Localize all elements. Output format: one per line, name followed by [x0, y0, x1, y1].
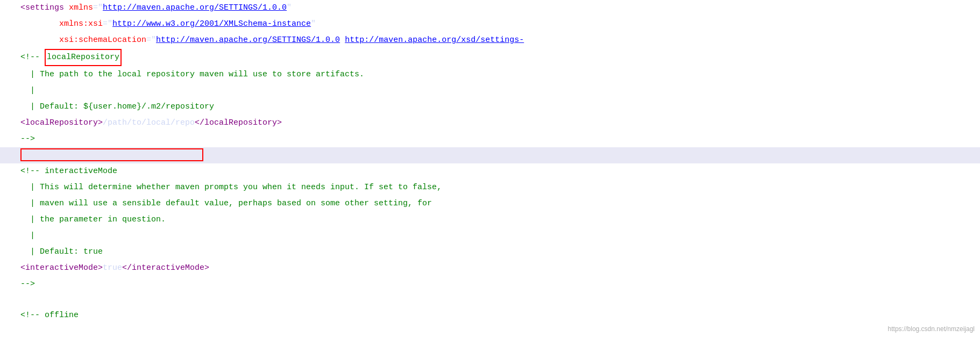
line-content: <localRepository>/path/to/local/repo</lo… [16, 116, 980, 131]
code-line: <localRepository>/path/to/local/repo</lo… [0, 115, 980, 131]
line-content: | maven will use a sensible default valu… [16, 196, 980, 211]
code-line: --> [0, 276, 980, 292]
line-content: | the parameter in question. [16, 212, 980, 227]
code-line: <!-- localRepository [0, 48, 980, 67]
code-line: | Default: ${user.home}/.m2/repository [0, 99, 980, 115]
line-content: <!-- offline [16, 308, 980, 323]
line-content [16, 148, 980, 163]
code-editor: <settings xmlns="http://maven.apache.org… [0, 0, 980, 337]
line-content: --> [16, 132, 980, 147]
line-content: | This will determine whether maven prom… [16, 180, 980, 195]
highlight-empty-box [20, 148, 203, 161]
code-line: | The path to the local repository maven… [0, 67, 980, 83]
code-line: | maven will use a sensible default valu… [0, 196, 980, 212]
code-line: | [0, 228, 980, 244]
line-content: | [16, 83, 980, 98]
code-line [0, 292, 980, 307]
code-line: <interactiveMode>true</interactiveMode> [0, 260, 980, 276]
code-line: | Default: true [0, 244, 980, 260]
line-content: <interactiveMode>true</interactiveMode> [16, 261, 980, 276]
code-line: xmlns:xsi="http://www.w3.org/2001/XMLSch… [0, 16, 980, 32]
line-content: xmlns:xsi="http://www.w3.org/2001/XMLSch… [16, 17, 980, 32]
highlight-localrepository: localRepository [45, 49, 122, 66]
line-content: | The path to the local repository maven… [16, 67, 980, 82]
code-line: <settings xmlns="http://maven.apache.org… [0, 0, 980, 16]
watermark: https://blog.csdn.net/nmzeijagl [888, 325, 975, 333]
line-content: | Default: ${user.home}/.m2/repository [16, 99, 980, 114]
code-line: xsi:schemaLocation="http://maven.apache.… [0, 32, 980, 48]
line-content: | [16, 228, 980, 243]
code-line: <!-- interactiveMode [0, 163, 980, 180]
line-content: xsi:schemaLocation="http://maven.apache.… [16, 33, 980, 48]
code-line: | This will determine whether maven prom… [0, 180, 980, 196]
code-line: --> [0, 131, 980, 147]
line-content: <!-- interactiveMode [16, 164, 980, 179]
line-content: | Default: true [16, 245, 980, 260]
code-line: | [0, 83, 980, 99]
code-line-highlighted [0, 147, 980, 163]
code-line: <!-- offline [0, 307, 980, 324]
line-content: <settings xmlns="http://maven.apache.org… [16, 1, 980, 16]
code-line: | the parameter in question. [0, 212, 980, 228]
line-content: <!-- localRepository [16, 49, 980, 66]
line-content: --> [16, 277, 980, 292]
